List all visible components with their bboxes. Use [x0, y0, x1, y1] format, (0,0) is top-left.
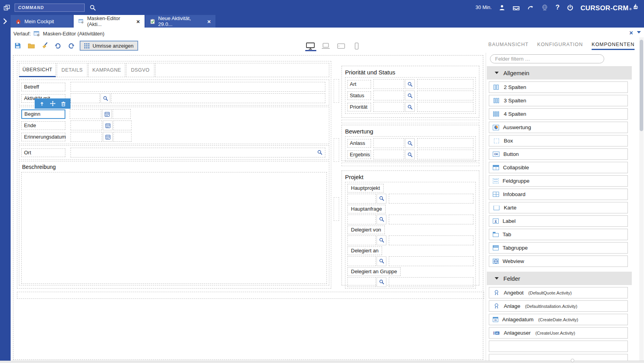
field-label-betreff[interactable]: Betreff [21, 83, 65, 91]
component-item-auswertung[interactable]: Auswertung [489, 122, 628, 133]
device-desktop-button[interactable] [305, 42, 316, 50]
field-row-art[interactable]: Art [347, 78, 473, 90]
field-input-delegiert-von[interactable] [347, 235, 376, 245]
field-input-erinnerungsdatum[interactable] [71, 132, 102, 142]
form-left-column[interactable]: ÜBERSICHT DETAILS KAMPAGNE DSGVO Betreff… [17, 61, 331, 289]
tab-masken-editor[interactable]: Masken-Editor (Akti... × [74, 15, 145, 28]
field-display-art[interactable] [417, 79, 473, 89]
field-row-ort[interactable]: Ort [21, 147, 327, 158]
field-display-delegiert-an-gruppe[interactable] [389, 277, 473, 287]
field-input-ort[interactable] [71, 148, 325, 157]
field-label-art[interactable]: Art [347, 80, 371, 89]
component-item-webview[interactable]: Webview [489, 256, 628, 267]
field-input-hauptprojekt[interactable] [347, 194, 376, 204]
field-display-ergebnis[interactable] [417, 150, 473, 159]
user-icon[interactable] [499, 4, 505, 11]
field-label-beschreibung[interactable]: Beschreibung [21, 163, 327, 171]
field-label-hauptanfrage[interactable]: Hauptanfrage [347, 205, 386, 213]
show-outlines-toggle[interactable]: Umrisse anzeigen [80, 41, 138, 50]
datepicker-button[interactable] [102, 109, 112, 119]
component-item-tab[interactable]: Tab [489, 229, 628, 240]
move-up-icon[interactable] [39, 101, 45, 106]
lookup-button[interactable] [377, 194, 386, 204]
view-konfiguration[interactable]: KONFIGURATION [537, 42, 583, 50]
field-item-anlage[interactable]: Anlage (DefaultInstallation.Activity) [489, 300, 628, 312]
field-display-hauptanfrage[interactable] [389, 215, 473, 224]
footer-handle-icon[interactable] [571, 359, 574, 362]
component-item-tabgruppe[interactable]: Tabgruppe [489, 242, 628, 254]
field-display-status[interactable] [417, 91, 473, 100]
field-label-hauptprojekt[interactable]: Hauptprojekt [347, 184, 384, 193]
field-display-delegiert-an[interactable] [389, 256, 473, 266]
device-laptop-button[interactable] [321, 42, 331, 50]
field-row-erinnerungsdatum[interactable]: Erinnerungsdatum [21, 131, 327, 143]
field-row-hauptanfrage[interactable] [347, 214, 473, 225]
field-row-anlass[interactable]: Anlass [347, 137, 473, 149]
field-input-delegiert-an-gruppe[interactable] [347, 277, 376, 287]
field-label-ort[interactable]: Ort [21, 148, 65, 157]
field-input-art[interactable] [373, 79, 404, 89]
inbox-icon[interactable] [512, 4, 520, 11]
form-tab-uebersicht[interactable]: ÜBERSICHT [19, 63, 56, 77]
lookup-button[interactable] [405, 138, 415, 148]
vertical-scrollbar[interactable] [639, 37, 644, 361]
panel-projekt[interactable]: Projekt Hauptprojekt Hauptanfrage Deleg [341, 170, 479, 285]
field-row-delegiert-an-gruppe[interactable] [347, 276, 473, 287]
move-icon[interactable] [50, 101, 56, 106]
field-item-anlagedatum[interactable]: Anlagedatum (CreateDate.Activity) [489, 314, 628, 325]
field-label-delegiert-von[interactable]: Delegiert von [347, 226, 385, 234]
save-button[interactable] [13, 41, 22, 50]
clean-brush-button[interactable] [40, 41, 49, 50]
help-icon[interactable]: ? [555, 4, 559, 11]
field-input-status[interactable] [373, 91, 404, 100]
redo-button[interactable] [67, 41, 76, 50]
panel-bewertung[interactable]: Bewertung Anlass Ergebnis [341, 125, 479, 161]
field-display-anlass[interactable] [417, 138, 473, 148]
field-display-hauptprojekt[interactable] [389, 194, 473, 204]
canvas-root-container[interactable]: ÜBERSICHT DETAILS KAMPAGNE DSGVO Betreff… [13, 55, 483, 360]
field-label-erinnerungsdatum[interactable]: Erinnerungsdatum [21, 133, 65, 141]
field-filter-input[interactable] [490, 54, 604, 63]
lookup-button[interactable] [377, 277, 386, 287]
field-time-ende[interactable] [113, 120, 132, 130]
component-item-4-spalten[interactable]: 4 Spalten [489, 108, 628, 120]
section-header-felder[interactable]: Felder [487, 272, 632, 285]
field-item-angebot[interactable]: Angebot (DefaultQuote.Activity) [489, 287, 628, 298]
section-header-allgemein[interactable]: Allgemein [487, 66, 632, 80]
field-input-beginn[interactable] [70, 109, 101, 119]
field-input-betreff[interactable] [71, 82, 325, 92]
panel-field-group[interactable]: Art Status Priorität [345, 77, 476, 114]
field-time-beginn[interactable] [113, 109, 131, 119]
view-baumansicht[interactable]: BAUMANSICHT [488, 42, 529, 50]
form-tab-dsgvo[interactable]: DSGVO [126, 63, 154, 77]
field-row-ende[interactable]: Ende [21, 120, 327, 131]
close-icon[interactable]: × [207, 19, 211, 24]
lookup-button[interactable] [377, 256, 386, 266]
device-tablet-button[interactable] [336, 42, 346, 50]
component-item-label[interactable]: Label [489, 215, 628, 227]
field-input-hauptanfrage[interactable] [347, 215, 376, 224]
field-row-prioritaet[interactable]: Priorität [347, 101, 473, 113]
field-input-anlass[interactable] [373, 138, 404, 148]
lookup-button[interactable] [100, 93, 110, 103]
undo-button[interactable] [53, 41, 63, 50]
panel-prioritaet-und-status[interactable]: Priorität und Status Art Status [341, 66, 479, 118]
field-input-delegiert-an[interactable] [347, 256, 376, 266]
lookup-button[interactable] [405, 102, 415, 112]
panel-field-group[interactable]: Anlass Ergebnis [345, 136, 476, 161]
form-tab-details[interactable]: DETAILS [57, 63, 87, 77]
lookup-button[interactable] [405, 91, 415, 100]
lookup-button[interactable] [377, 215, 386, 224]
field-label-anlass[interactable]: Anlass [347, 139, 371, 148]
component-item-karte[interactable]: Karte [489, 202, 628, 213]
field-row-delegiert-an[interactable] [347, 256, 473, 267]
field-row-ergebnis[interactable]: Ergebnis [347, 149, 473, 160]
component-item-button[interactable]: Button [489, 148, 628, 160]
globe-icon[interactable] [541, 4, 548, 11]
field-input-ergebnis[interactable] [373, 150, 404, 159]
field-display-prioritaet[interactable] [417, 102, 473, 112]
history-current[interactable]: Masken-Editor (Aktivitäten) [43, 31, 104, 37]
field-display-aktivitaet-mit[interactable] [111, 93, 325, 103]
field-row-betreff[interactable]: Betreff [21, 81, 327, 93]
field-row-hauptprojekt[interactable] [347, 193, 473, 204]
